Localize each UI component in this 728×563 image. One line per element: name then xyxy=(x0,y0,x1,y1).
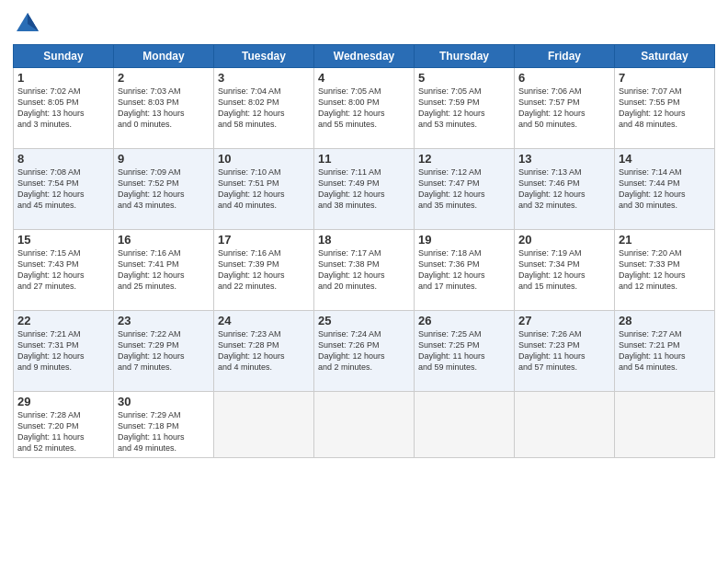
weekday-header-row: Sunday Monday Tuesday Wednesday Thursday… xyxy=(14,45,715,68)
day-info: Sunrise: 7:16 AMSunset: 7:41 PMDaylight:… xyxy=(118,247,210,293)
day-number: 2 xyxy=(118,71,210,85)
calendar-cell: 16 Sunrise: 7:16 AMSunset: 7:41 PMDaylig… xyxy=(114,230,214,311)
day-info: Sunrise: 7:05 AMSunset: 7:59 PMDaylight:… xyxy=(418,86,510,131)
calendar-cell: 27 Sunrise: 7:26 AMSunset: 7:23 PMDaylig… xyxy=(515,311,615,392)
day-number: 27 xyxy=(518,314,610,327)
col-wednesday: Wednesday xyxy=(314,45,415,68)
col-tuesday: Tuesday xyxy=(214,45,314,68)
day-info: Sunrise: 7:19 AMSunset: 7:34 PMDaylight:… xyxy=(518,247,610,293)
col-friday: Friday xyxy=(515,45,615,68)
calendar-cell: 6 Sunrise: 7:06 AMSunset: 7:57 PMDayligh… xyxy=(515,68,615,149)
day-info: Sunrise: 7:21 AMSunset: 7:31 PMDaylight:… xyxy=(17,328,109,373)
day-number: 24 xyxy=(218,314,310,327)
day-info: Sunrise: 7:26 AMSunset: 7:23 PMDaylight:… xyxy=(518,328,610,373)
logo xyxy=(13,9,46,39)
calendar-cell: 22 Sunrise: 7:21 AMSunset: 7:31 PMDaylig… xyxy=(14,311,114,392)
day-number: 12 xyxy=(418,152,510,166)
col-monday: Monday xyxy=(114,45,214,68)
day-number: 14 xyxy=(619,152,711,166)
day-info: Sunrise: 7:11 AMSunset: 7:49 PMDaylight:… xyxy=(318,167,410,212)
day-info: Sunrise: 7:16 AMSunset: 7:39 PMDaylight:… xyxy=(218,247,310,293)
day-info: Sunrise: 7:17 AMSunset: 7:38 PMDaylight:… xyxy=(318,247,410,293)
calendar-week-2: 8 Sunrise: 7:08 AMSunset: 7:54 PMDayligh… xyxy=(14,149,715,230)
day-info: Sunrise: 7:06 AMSunset: 7:57 PMDaylight:… xyxy=(518,86,610,131)
day-number: 29 xyxy=(17,395,109,408)
calendar-cell: 23 Sunrise: 7:22 AMSunset: 7:29 PMDaylig… xyxy=(114,311,214,392)
day-number: 28 xyxy=(619,314,711,327)
day-number: 11 xyxy=(318,152,410,166)
day-number: 10 xyxy=(218,152,310,166)
calendar-cell: 18 Sunrise: 7:17 AMSunset: 7:38 PMDaylig… xyxy=(314,230,415,311)
day-info: Sunrise: 7:18 AMSunset: 7:36 PMDaylight:… xyxy=(418,247,510,293)
calendar-cell xyxy=(415,392,515,458)
day-number: 6 xyxy=(518,71,610,85)
day-number: 20 xyxy=(518,233,610,247)
calendar-cell: 1 Sunrise: 7:02 AMSunset: 8:05 PMDayligh… xyxy=(14,68,114,149)
day-number: 7 xyxy=(619,71,711,85)
day-info: Sunrise: 7:02 AMSunset: 8:05 PMDaylight:… xyxy=(17,86,109,131)
calendar-cell xyxy=(515,392,615,458)
calendar-cell: 13 Sunrise: 7:13 AMSunset: 7:46 PMDaylig… xyxy=(515,149,615,230)
day-number: 19 xyxy=(418,233,510,247)
day-info: Sunrise: 7:08 AMSunset: 7:54 PMDaylight:… xyxy=(17,167,109,212)
calendar-week-3: 15 Sunrise: 7:15 AMSunset: 7:43 PMDaylig… xyxy=(14,230,715,311)
day-info: Sunrise: 7:25 AMSunset: 7:25 PMDaylight:… xyxy=(418,328,510,373)
calendar-cell: 29 Sunrise: 7:28 AMSunset: 7:20 PMDaylig… xyxy=(14,392,114,458)
calendar-cell: 17 Sunrise: 7:16 AMSunset: 7:39 PMDaylig… xyxy=(214,230,314,311)
day-number: 3 xyxy=(218,71,310,85)
day-info: Sunrise: 7:24 AMSunset: 7:26 PMDaylight:… xyxy=(318,328,410,373)
day-number: 15 xyxy=(17,233,109,247)
day-info: Sunrise: 7:12 AMSunset: 7:47 PMDaylight:… xyxy=(418,167,510,212)
calendar-week-4: 22 Sunrise: 7:21 AMSunset: 7:31 PMDaylig… xyxy=(14,311,715,392)
day-info: Sunrise: 7:22 AMSunset: 7:29 PMDaylight:… xyxy=(118,328,210,373)
day-number: 21 xyxy=(619,233,711,247)
calendar-cell: 3 Sunrise: 7:04 AMSunset: 8:02 PMDayligh… xyxy=(214,68,314,149)
calendar: Sunday Monday Tuesday Wednesday Thursday… xyxy=(13,44,715,458)
calendar-cell: 9 Sunrise: 7:09 AMSunset: 7:52 PMDayligh… xyxy=(114,149,214,230)
calendar-cell: 11 Sunrise: 7:11 AMSunset: 7:49 PMDaylig… xyxy=(314,149,415,230)
calendar-cell: 5 Sunrise: 7:05 AMSunset: 7:59 PMDayligh… xyxy=(415,68,515,149)
day-number: 22 xyxy=(17,314,109,327)
col-saturday: Saturday xyxy=(615,45,715,68)
day-number: 1 xyxy=(17,71,109,85)
calendar-cell: 25 Sunrise: 7:24 AMSunset: 7:26 PMDaylig… xyxy=(314,311,415,392)
day-info: Sunrise: 7:15 AMSunset: 7:43 PMDaylight:… xyxy=(17,247,109,293)
day-info: Sunrise: 7:13 AMSunset: 7:46 PMDaylight:… xyxy=(518,167,610,212)
calendar-cell: 26 Sunrise: 7:25 AMSunset: 7:25 PMDaylig… xyxy=(415,311,515,392)
col-sunday: Sunday xyxy=(14,45,114,68)
day-number: 30 xyxy=(118,395,210,408)
day-number: 9 xyxy=(118,152,210,166)
calendar-cell: 24 Sunrise: 7:23 AMSunset: 7:28 PMDaylig… xyxy=(214,311,314,392)
calendar-cell: 28 Sunrise: 7:27 AMSunset: 7:21 PMDaylig… xyxy=(615,311,715,392)
calendar-cell: 15 Sunrise: 7:15 AMSunset: 7:43 PMDaylig… xyxy=(14,230,114,311)
calendar-cell: 2 Sunrise: 7:03 AMSunset: 8:03 PMDayligh… xyxy=(114,68,214,149)
calendar-week-1: 1 Sunrise: 7:02 AMSunset: 8:05 PMDayligh… xyxy=(14,68,715,149)
day-info: Sunrise: 7:10 AMSunset: 7:51 PMDaylight:… xyxy=(218,167,310,212)
day-info: Sunrise: 7:29 AMSunset: 7:18 PMDaylight:… xyxy=(118,409,210,454)
calendar-cell: 10 Sunrise: 7:10 AMSunset: 7:51 PMDaylig… xyxy=(214,149,314,230)
day-number: 18 xyxy=(318,233,410,247)
day-info: Sunrise: 7:03 AMSunset: 8:03 PMDaylight:… xyxy=(118,86,210,131)
day-info: Sunrise: 7:20 AMSunset: 7:33 PMDaylight:… xyxy=(619,247,711,293)
day-number: 17 xyxy=(218,233,310,247)
day-info: Sunrise: 7:23 AMSunset: 7:28 PMDaylight:… xyxy=(218,328,310,373)
col-thursday: Thursday xyxy=(415,45,515,68)
calendar-body: 1 Sunrise: 7:02 AMSunset: 8:05 PMDayligh… xyxy=(14,68,715,458)
calendar-cell: 12 Sunrise: 7:12 AMSunset: 7:47 PMDaylig… xyxy=(415,149,515,230)
calendar-cell xyxy=(314,392,415,458)
day-number: 4 xyxy=(318,71,410,85)
calendar-cell: 20 Sunrise: 7:19 AMSunset: 7:34 PMDaylig… xyxy=(515,230,615,311)
calendar-cell: 8 Sunrise: 7:08 AMSunset: 7:54 PMDayligh… xyxy=(14,149,114,230)
header xyxy=(13,9,715,39)
day-number: 13 xyxy=(518,152,610,166)
day-number: 5 xyxy=(418,71,510,85)
logo-icon xyxy=(13,9,42,39)
day-number: 25 xyxy=(318,314,410,327)
calendar-cell xyxy=(214,392,314,458)
day-info: Sunrise: 7:14 AMSunset: 7:44 PMDaylight:… xyxy=(619,167,711,212)
day-info: Sunrise: 7:07 AMSunset: 7:55 PMDaylight:… xyxy=(619,86,711,131)
day-number: 16 xyxy=(118,233,210,247)
day-info: Sunrise: 7:27 AMSunset: 7:21 PMDaylight:… xyxy=(619,328,711,373)
page-container: Sunday Monday Tuesday Wednesday Thursday… xyxy=(0,0,728,467)
calendar-cell: 4 Sunrise: 7:05 AMSunset: 8:00 PMDayligh… xyxy=(314,68,415,149)
